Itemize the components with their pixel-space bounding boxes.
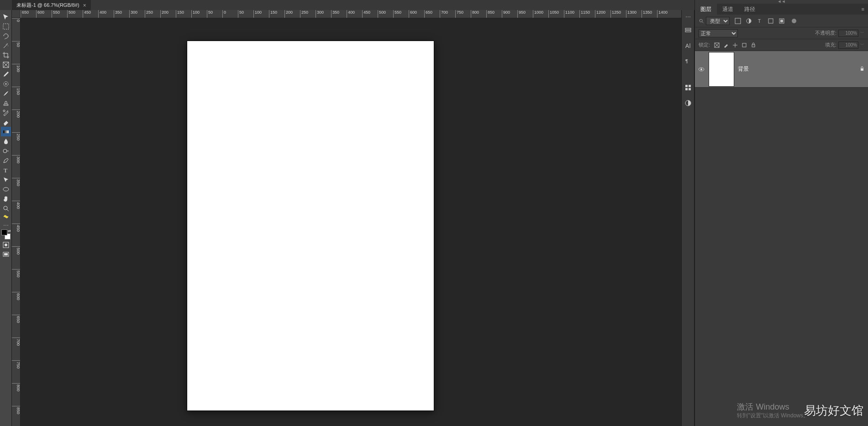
ruler-origin[interactable] xyxy=(12,10,21,18)
svg-rect-18 xyxy=(685,31,691,32)
vertical-ruler[interactable]: 0501001502002503003504004505005506006507… xyxy=(12,18,21,426)
lock-artboard-icon[interactable] xyxy=(741,42,747,48)
tab-paths[interactable]: 路径 xyxy=(739,3,761,16)
ruler-tick: 1000 xyxy=(533,10,543,18)
type-tool[interactable]: T xyxy=(1,165,11,175)
svg-rect-23 xyxy=(685,88,688,90)
ruler-tick: 100 xyxy=(191,10,200,18)
path-select-tool[interactable] xyxy=(1,175,11,184)
visibility-eye-icon[interactable] xyxy=(698,67,705,72)
opacity-label: 不透明度: xyxy=(815,30,836,36)
magic-wand-tool[interactable] xyxy=(1,41,11,50)
dodge-tool[interactable] xyxy=(1,146,11,156)
canvas-viewport[interactable] xyxy=(21,18,681,426)
ruler-tick: 500 xyxy=(378,10,386,18)
ruler-tick: 250 xyxy=(300,10,308,18)
character-icon[interactable]: A xyxy=(684,41,693,50)
marquee-tool[interactable] xyxy=(1,21,11,31)
brush-tool[interactable] xyxy=(1,88,11,98)
lock-position-icon[interactable] xyxy=(732,42,738,48)
quickmask-tool[interactable] xyxy=(1,240,11,249)
layer-filter-kind[interactable]: 类型 xyxy=(699,17,730,25)
filter-pixel-icon[interactable] xyxy=(734,17,742,25)
ruler-tick: 50 xyxy=(238,10,244,18)
horizontal-ruler[interactable]: 6506005505004504003503002502001501005005… xyxy=(21,10,681,18)
frame-tool[interactable] xyxy=(1,60,11,69)
filter-adjust-icon[interactable] xyxy=(745,17,752,25)
properties-icon[interactable] xyxy=(684,83,693,92)
layer-lock-indicator[interactable] xyxy=(856,66,868,73)
svg-rect-22 xyxy=(689,85,691,87)
layer-blend-bar: 正常 不透明度: ﹀ xyxy=(695,27,868,39)
filter-smart-icon[interactable] xyxy=(778,17,785,25)
svg-rect-27 xyxy=(735,18,741,24)
svg-point-6 xyxy=(3,149,7,153)
ruler-tick: 200 xyxy=(12,109,21,118)
color-swatches[interactable]: ⇄ xyxy=(1,229,11,240)
lock-transparent-icon[interactable] xyxy=(714,42,720,48)
filter-toggle[interactable] xyxy=(792,19,796,23)
ruler-tick: 400 xyxy=(12,201,21,209)
opacity-input[interactable] xyxy=(838,30,858,37)
svg-rect-24 xyxy=(689,88,691,90)
fill-chevron-icon[interactable]: ﹀ xyxy=(860,42,864,48)
clone-stamp-tool[interactable] xyxy=(1,98,11,108)
zoom-tool[interactable] xyxy=(1,203,11,213)
hand-tool[interactable] xyxy=(1,194,11,203)
panel-menu-icon[interactable]: ≡ xyxy=(858,6,868,12)
edit-toolbar[interactable] xyxy=(1,213,11,223)
tools-panel: T ⇄ xyxy=(0,10,12,426)
ruler-tick: 350 xyxy=(12,178,21,186)
shape-tool[interactable] xyxy=(1,184,11,194)
ruler-tick: 1050 xyxy=(548,10,559,18)
fill-input[interactable] xyxy=(838,42,858,49)
paragraph-icon[interactable]: ¶ xyxy=(684,57,693,66)
tab-channels[interactable]: 通道 xyxy=(717,3,739,16)
history-brush-tool[interactable] xyxy=(1,108,11,117)
ruler-tick: 300 xyxy=(129,10,137,18)
crop-tool[interactable] xyxy=(1,50,11,60)
svg-rect-0 xyxy=(3,24,9,29)
screenmode-tool[interactable] xyxy=(1,249,11,259)
pen-tool[interactable] xyxy=(1,156,11,165)
svg-rect-38 xyxy=(861,68,863,71)
filter-shape-icon[interactable] xyxy=(767,17,774,25)
ruler-tick: 600 xyxy=(409,10,417,18)
ruler-tick: 750 xyxy=(455,10,463,18)
dock-grip[interactable] xyxy=(684,16,692,18)
spot-heal-tool[interactable] xyxy=(1,79,11,88)
blur-tool[interactable] xyxy=(1,136,11,146)
ruler-tick: 1250 xyxy=(610,10,621,18)
ruler-tick: 700 xyxy=(440,10,448,18)
ruler-tick: 1100 xyxy=(564,10,574,18)
svg-rect-35 xyxy=(752,45,755,47)
eraser-tool[interactable] xyxy=(1,117,11,127)
lasso-tool[interactable] xyxy=(1,31,11,41)
foreground-color-swatch[interactable] xyxy=(1,229,7,235)
lock-image-icon[interactable] xyxy=(723,42,729,48)
workspace: 6506005505004504003503002502001501005005… xyxy=(12,10,681,426)
tab-layers[interactable]: 图层 xyxy=(695,3,717,16)
opacity-chevron-icon[interactable]: ﹀ xyxy=(860,30,864,36)
document-tab[interactable]: 未标题-1 @ 66.7%(RGB/8#) × xyxy=(12,0,91,10)
swap-colors-icon[interactable]: ⇄ xyxy=(8,229,11,233)
gradient-tool[interactable] xyxy=(1,127,11,136)
layer-list: 背景 xyxy=(695,51,868,426)
svg-rect-21 xyxy=(685,85,688,87)
lock-all-icon[interactable] xyxy=(750,42,757,48)
move-tool[interactable] xyxy=(1,12,11,21)
layer-name[interactable]: 背景 xyxy=(738,65,856,73)
blend-mode-select[interactable]: 正常 xyxy=(699,29,738,37)
ruler-tick: 1150 xyxy=(579,10,590,18)
filter-type-icon[interactable]: T xyxy=(756,17,763,25)
ruler-tick: 950 xyxy=(517,10,526,18)
eyedropper-tool[interactable] xyxy=(1,69,11,79)
svg-point-3 xyxy=(5,83,6,84)
close-icon[interactable]: × xyxy=(83,2,86,9)
adjustments-icon[interactable] xyxy=(684,99,693,108)
filter-kind-select[interactable]: 类型 xyxy=(706,17,730,25)
layer-thumbnail[interactable] xyxy=(709,52,734,87)
history-icon[interactable] xyxy=(684,26,693,35)
document-canvas[interactable] xyxy=(187,41,434,410)
layer-row[interactable]: 背景 xyxy=(695,51,868,88)
